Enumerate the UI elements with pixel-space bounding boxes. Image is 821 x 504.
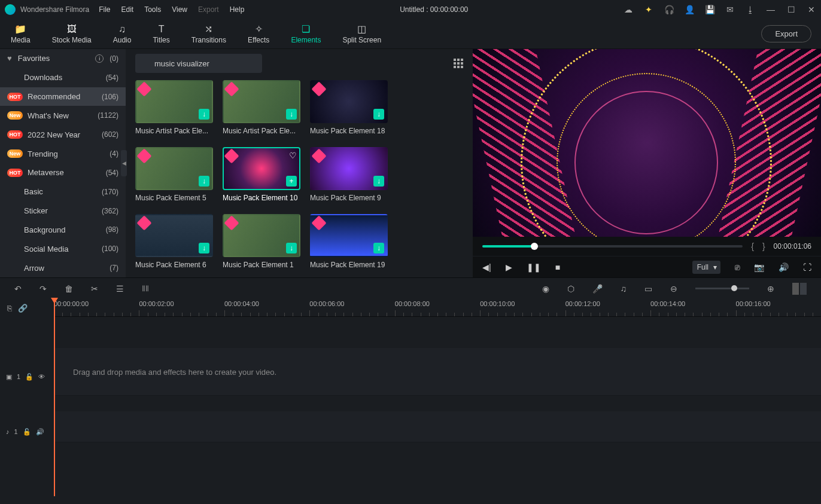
lock-icon[interactable]: 🔓 bbox=[23, 428, 31, 436]
sidebar-social-media[interactable]: Social Media (100) bbox=[0, 239, 126, 258]
record-icon[interactable]: 🎤 bbox=[592, 284, 603, 294]
sidebar-metaverse[interactable]: HOT Metaverse (54) bbox=[0, 163, 126, 182]
grid-view-icon[interactable] bbox=[454, 59, 463, 68]
stop-icon[interactable]: ■ bbox=[555, 262, 560, 272]
save-icon[interactable]: 💾 bbox=[705, 5, 714, 14]
asset-item[interactable]: ↓Music Artist Pack Ele... bbox=[135, 80, 213, 143]
scrub-knob[interactable] bbox=[531, 243, 538, 250]
audio-track[interactable] bbox=[54, 411, 821, 442]
sidebar-trending[interactable]: New Trending (4) bbox=[0, 144, 126, 163]
panel-toggle[interactable] bbox=[792, 283, 807, 295]
download-icon[interactable]: ↓ bbox=[286, 243, 297, 253]
screen-icon[interactable]: ⎚ bbox=[735, 262, 740, 272]
marker-icon[interactable]: ⬡ bbox=[567, 284, 574, 294]
sidebar-basic[interactable]: Basic (170) bbox=[0, 182, 126, 201]
pause-icon[interactable]: ❚❚ bbox=[527, 262, 541, 272]
headset-icon[interactable]: 🎧 bbox=[664, 5, 674, 14]
bulb-icon[interactable]: ✦ bbox=[644, 5, 653, 14]
sidebar-favorites[interactable]: ♥ Favorites i (0) bbox=[0, 49, 126, 68]
user-icon[interactable]: 👤 bbox=[685, 5, 694, 14]
tab-titles[interactable]: TTitles bbox=[142, 19, 180, 48]
timeline-ruler[interactable]: 00:00:00:0000:00:02:0000:00:04:0000:00:0… bbox=[54, 299, 821, 317]
scrub-bar[interactable] bbox=[482, 245, 743, 248]
playhead[interactable] bbox=[54, 299, 55, 496]
add-icon[interactable]: + bbox=[286, 176, 297, 187]
menu-view[interactable]: View bbox=[172, 5, 187, 14]
delete-icon[interactable]: 🗑 bbox=[65, 284, 73, 294]
download-icon[interactable]: ↓ bbox=[199, 176, 209, 187]
copy-track-icon[interactable]: ⎘ bbox=[7, 304, 12, 313]
timeline-main[interactable]: 00:00:00:0000:00:02:0000:00:04:0000:00:0… bbox=[54, 299, 821, 496]
download-icon[interactable]: ↓ bbox=[373, 176, 384, 187]
play-icon[interactable]: ▶ bbox=[506, 262, 512, 272]
zoom-out-icon[interactable]: ⊖ bbox=[670, 284, 677, 294]
tab-split-screen[interactable]: ◫Split Screen bbox=[332, 19, 392, 48]
mail-icon[interactable]: ✉ bbox=[725, 5, 735, 14]
sidebar-recommended[interactable]: HOT Recommended (106) bbox=[0, 87, 126, 106]
asset-item-selected[interactable]: ♡+Music Pack Element 10 bbox=[223, 147, 300, 210]
cloud-icon[interactable]: ☁ bbox=[624, 5, 633, 14]
mark-out-icon[interactable]: } bbox=[762, 242, 765, 251]
sidebar-collapse-handle[interactable]: ◀ bbox=[121, 150, 127, 176]
menu-help[interactable]: Help bbox=[230, 5, 245, 14]
crop-icon[interactable]: ▭ bbox=[644, 284, 652, 294]
download-icon[interactable]: ↓ bbox=[199, 243, 209, 253]
asset-item[interactable]: ↓Music Pack Element 5 bbox=[135, 147, 213, 210]
asset-item[interactable]: ↓Music Pack Element 9 bbox=[310, 147, 388, 210]
download-icon[interactable]: ↓ bbox=[373, 243, 384, 253]
step-back-icon[interactable]: ◀| bbox=[482, 262, 491, 272]
asset-item[interactable]: ↓Music Pack Element 6 bbox=[135, 214, 213, 277]
mute-icon[interactable]: 🔊 bbox=[36, 428, 44, 436]
search-input[interactable] bbox=[135, 54, 262, 73]
zoom-in-icon[interactable]: ⊕ bbox=[767, 284, 774, 294]
fullscreen-icon[interactable]: ⛶ bbox=[803, 262, 811, 272]
asset-item[interactable]: ↓Music Pack Element 1 bbox=[223, 214, 300, 277]
download-icon[interactable]: ↓ bbox=[199, 109, 209, 120]
quality-select[interactable]: Full ▾ bbox=[692, 261, 720, 274]
mark-in-icon[interactable]: { bbox=[751, 242, 754, 251]
mixer-icon[interactable]: ♫ bbox=[621, 284, 627, 294]
menu-tools[interactable]: Tools bbox=[144, 5, 161, 14]
export-button[interactable]: Export bbox=[761, 25, 811, 42]
download-icon[interactable]: ⭳ bbox=[746, 5, 755, 14]
ruler-tick: 00:00:08:00 bbox=[395, 300, 430, 307]
menu-edit[interactable]: Edit bbox=[121, 5, 134, 14]
tab-media[interactable]: 📁Media bbox=[0, 19, 41, 48]
tab-audio[interactable]: ♫Audio bbox=[102, 19, 142, 48]
sidebar-whats-new[interactable]: New What's New (1122) bbox=[0, 106, 126, 125]
asset-item[interactable]: ↓Music Pack Element 18 bbox=[310, 80, 388, 143]
minimize-icon[interactable]: — bbox=[766, 5, 776, 14]
maximize-icon[interactable]: ☐ bbox=[786, 5, 796, 14]
volume-icon[interactable]: 🔊 bbox=[779, 262, 789, 272]
tab-elements[interactable]: ❏Elements bbox=[280, 19, 332, 48]
snapshot-icon[interactable]: 📷 bbox=[754, 262, 764, 272]
favorite-icon[interactable]: ♡ bbox=[289, 151, 297, 160]
undo-icon[interactable]: ↶ bbox=[14, 284, 22, 294]
tab-stock-media[interactable]: 🖼Stock Media bbox=[41, 19, 102, 48]
sidebar-background[interactable]: Background (98) bbox=[0, 220, 126, 239]
sidebar-arrow[interactable]: Arrow (7) bbox=[0, 258, 126, 277]
ruler-tick: 00:00:16:00 bbox=[736, 300, 771, 307]
download-icon[interactable]: ↓ bbox=[286, 109, 297, 120]
audio-wave-icon[interactable]: ⦀⦀ bbox=[142, 283, 149, 294]
adjust-icon[interactable]: ☰ bbox=[116, 284, 124, 294]
zoom-slider[interactable] bbox=[695, 288, 749, 289]
render-icon[interactable]: ◉ bbox=[542, 284, 549, 294]
sidebar-sticker[interactable]: Sticker (362) bbox=[0, 201, 126, 221]
visibility-icon[interactable]: 👁 bbox=[38, 373, 45, 380]
asset-item[interactable]: ↓Music Pack Element 19 bbox=[310, 214, 388, 277]
link-icon[interactable]: 🔗 bbox=[18, 304, 28, 313]
close-icon[interactable]: ✕ bbox=[807, 5, 816, 14]
lock-icon[interactable]: 🔓 bbox=[25, 373, 34, 381]
sidebar-downloads[interactable]: Downloads (54) bbox=[0, 68, 126, 87]
tab-effects[interactable]: ✧Effects bbox=[237, 19, 280, 48]
sidebar-new-year[interactable]: HOT 2022 New Year (602) bbox=[0, 125, 126, 144]
video-track[interactable]: Drag and drop media and effects here to … bbox=[54, 348, 821, 396]
zoom-knob[interactable] bbox=[731, 285, 737, 291]
cut-icon[interactable]: ✂ bbox=[91, 284, 98, 294]
asset-item[interactable]: ↓Music Artist Pack Ele... bbox=[223, 80, 300, 143]
menu-file[interactable]: File bbox=[99, 5, 110, 14]
redo-icon[interactable]: ↷ bbox=[39, 284, 47, 294]
download-icon[interactable]: ↓ bbox=[373, 109, 384, 120]
tab-transitions[interactable]: ⤭Transitions bbox=[181, 19, 237, 48]
